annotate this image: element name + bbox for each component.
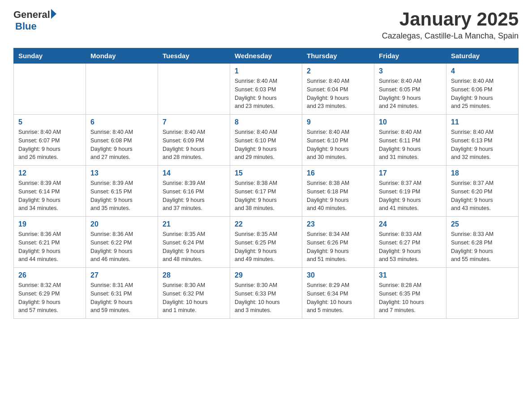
day-info: Sunrise: 8:37 AM Sunset: 6:20 PM Dayligh… (451, 179, 514, 213)
calendar-week-5: 26Sunrise: 8:32 AM Sunset: 6:29 PM Dayli… (14, 268, 519, 319)
day-info: Sunrise: 8:35 AM Sunset: 6:25 PM Dayligh… (235, 230, 297, 264)
calendar-cell: 3Sunrise: 8:40 AM Sunset: 6:05 PM Daylig… (374, 64, 446, 115)
day-number: 29 (235, 271, 297, 279)
day-info: Sunrise: 8:30 AM Sunset: 6:32 PM Dayligh… (163, 281, 225, 315)
day-info: Sunrise: 8:40 AM Sunset: 6:05 PM Dayligh… (379, 77, 442, 111)
day-number: 18 (451, 169, 514, 177)
day-number: 10 (379, 118, 442, 126)
calendar-week-3: 12Sunrise: 8:39 AM Sunset: 6:14 PM Dayli… (14, 166, 519, 217)
calendar-cell: 14Sunrise: 8:39 AM Sunset: 6:16 PM Dayli… (158, 166, 230, 217)
calendar-cell: 10Sunrise: 8:40 AM Sunset: 6:11 PM Dayli… (374, 115, 446, 166)
day-number: 14 (163, 169, 225, 177)
title-section: January 2025 Cazalegas, Castille-La Manc… (382, 9, 519, 41)
day-number: 23 (307, 220, 369, 228)
calendar-cell: 17Sunrise: 8:37 AM Sunset: 6:19 PM Dayli… (374, 166, 446, 217)
logo-blue-text: Blue (15, 21, 37, 32)
calendar-cell: 1Sunrise: 8:40 AM Sunset: 6:03 PM Daylig… (230, 64, 302, 115)
logo: General Blue (13, 9, 56, 32)
calendar-week-1: 1Sunrise: 8:40 AM Sunset: 6:03 PM Daylig… (14, 64, 519, 115)
calendar-cell: 20Sunrise: 8:36 AM Sunset: 6:22 PM Dayli… (86, 217, 158, 268)
day-info: Sunrise: 8:33 AM Sunset: 6:28 PM Dayligh… (451, 230, 514, 264)
day-number: 17 (379, 169, 442, 177)
day-info: Sunrise: 8:40 AM Sunset: 6:10 PM Dayligh… (235, 128, 297, 162)
day-info: Sunrise: 8:40 AM Sunset: 6:06 PM Dayligh… (451, 77, 514, 111)
calendar-cell: 8Sunrise: 8:40 AM Sunset: 6:10 PM Daylig… (230, 115, 302, 166)
day-number: 7 (163, 118, 225, 126)
calendar-cell: 5Sunrise: 8:40 AM Sunset: 6:07 PM Daylig… (14, 115, 86, 166)
day-info: Sunrise: 8:40 AM Sunset: 6:10 PM Dayligh… (307, 128, 369, 162)
day-number: 4 (451, 67, 514, 75)
calendar-header-tuesday: Tuesday (158, 48, 230, 64)
day-number: 15 (235, 169, 297, 177)
logo-general-text: General (13, 9, 50, 21)
calendar-week-2: 5Sunrise: 8:40 AM Sunset: 6:07 PM Daylig… (14, 115, 519, 166)
calendar-cell: 19Sunrise: 8:36 AM Sunset: 6:21 PM Dayli… (14, 217, 86, 268)
day-info: Sunrise: 8:40 AM Sunset: 6:04 PM Dayligh… (307, 77, 369, 111)
day-info: Sunrise: 8:33 AM Sunset: 6:27 PM Dayligh… (379, 230, 442, 264)
day-info: Sunrise: 8:29 AM Sunset: 6:34 PM Dayligh… (307, 281, 369, 315)
day-info: Sunrise: 8:40 AM Sunset: 6:09 PM Dayligh… (163, 128, 225, 162)
calendar-cell: 28Sunrise: 8:30 AM Sunset: 6:32 PM Dayli… (158, 268, 230, 319)
calendar-cell (158, 64, 230, 115)
calendar-cell: 13Sunrise: 8:39 AM Sunset: 6:15 PM Dayli… (86, 166, 158, 217)
day-number: 9 (307, 118, 369, 126)
day-info: Sunrise: 8:40 AM Sunset: 6:08 PM Dayligh… (90, 128, 153, 162)
day-info: Sunrise: 8:36 AM Sunset: 6:22 PM Dayligh… (90, 230, 153, 264)
calendar-cell: 6Sunrise: 8:40 AM Sunset: 6:08 PM Daylig… (86, 115, 158, 166)
day-number: 16 (307, 169, 369, 177)
calendar-header-wednesday: Wednesday (230, 48, 302, 64)
day-info: Sunrise: 8:28 AM Sunset: 6:35 PM Dayligh… (379, 281, 442, 315)
calendar-cell: 24Sunrise: 8:33 AM Sunset: 6:27 PM Dayli… (374, 217, 446, 268)
calendar-cell: 9Sunrise: 8:40 AM Sunset: 6:10 PM Daylig… (302, 115, 374, 166)
calendar-cell: 30Sunrise: 8:29 AM Sunset: 6:34 PM Dayli… (302, 268, 374, 319)
day-info: Sunrise: 8:38 AM Sunset: 6:18 PM Dayligh… (307, 179, 369, 213)
calendar-week-4: 19Sunrise: 8:36 AM Sunset: 6:21 PM Dayli… (14, 217, 519, 268)
day-info: Sunrise: 8:39 AM Sunset: 6:14 PM Dayligh… (18, 179, 81, 213)
calendar-cell: 4Sunrise: 8:40 AM Sunset: 6:06 PM Daylig… (446, 64, 519, 115)
logo-arrow-icon (51, 9, 56, 19)
calendar-cell: 31Sunrise: 8:28 AM Sunset: 6:35 PM Dayli… (374, 268, 446, 319)
day-number: 22 (235, 220, 297, 228)
calendar-cell: 2Sunrise: 8:40 AM Sunset: 6:04 PM Daylig… (302, 64, 374, 115)
calendar-cell (14, 64, 86, 115)
calendar-cell: 16Sunrise: 8:38 AM Sunset: 6:18 PM Dayli… (302, 166, 374, 217)
calendar-table: SundayMondayTuesdayWednesdayThursdayFrid… (13, 48, 519, 319)
day-number: 24 (379, 220, 442, 228)
day-number: 21 (163, 220, 225, 228)
calendar-cell: 7Sunrise: 8:40 AM Sunset: 6:09 PM Daylig… (158, 115, 230, 166)
calendar-header-sunday: Sunday (14, 48, 86, 64)
calendar-cell (446, 268, 519, 319)
day-number: 8 (235, 118, 297, 126)
day-info: Sunrise: 8:38 AM Sunset: 6:17 PM Dayligh… (235, 179, 297, 213)
calendar-cell (86, 64, 158, 115)
calendar-header-thursday: Thursday (302, 48, 374, 64)
calendar-header-row: SundayMondayTuesdayWednesdayThursdayFrid… (14, 48, 519, 64)
day-number: 3 (379, 67, 442, 75)
calendar-cell: 23Sunrise: 8:34 AM Sunset: 6:26 PM Dayli… (302, 217, 374, 268)
calendar-cell: 25Sunrise: 8:33 AM Sunset: 6:28 PM Dayli… (446, 217, 519, 268)
calendar-cell: 22Sunrise: 8:35 AM Sunset: 6:25 PM Dayli… (230, 217, 302, 268)
day-info: Sunrise: 8:36 AM Sunset: 6:21 PM Dayligh… (18, 230, 81, 264)
day-info: Sunrise: 8:39 AM Sunset: 6:16 PM Dayligh… (163, 179, 225, 213)
day-number: 6 (90, 118, 153, 126)
day-info: Sunrise: 8:30 AM Sunset: 6:33 PM Dayligh… (235, 281, 297, 315)
day-number: 26 (18, 271, 81, 279)
page-subtitle: Cazalegas, Castille-La Mancha, Spain (382, 31, 519, 41)
calendar-cell: 12Sunrise: 8:39 AM Sunset: 6:14 PM Dayli… (14, 166, 86, 217)
calendar-cell: 11Sunrise: 8:40 AM Sunset: 6:13 PM Dayli… (446, 115, 519, 166)
calendar-header-saturday: Saturday (446, 48, 519, 64)
day-info: Sunrise: 8:37 AM Sunset: 6:19 PM Dayligh… (379, 179, 442, 213)
day-number: 27 (90, 271, 153, 279)
day-number: 28 (163, 271, 225, 279)
day-number: 1 (235, 67, 297, 75)
day-number: 5 (18, 118, 81, 126)
day-info: Sunrise: 8:40 AM Sunset: 6:11 PM Dayligh… (379, 128, 442, 162)
calendar-cell: 18Sunrise: 8:37 AM Sunset: 6:20 PM Dayli… (446, 166, 519, 217)
day-number: 2 (307, 67, 369, 75)
day-number: 19 (18, 220, 81, 228)
day-info: Sunrise: 8:40 AM Sunset: 6:07 PM Dayligh… (18, 128, 81, 162)
page-title: January 2025 (382, 9, 519, 30)
calendar-header-friday: Friday (374, 48, 446, 64)
day-info: Sunrise: 8:32 AM Sunset: 6:29 PM Dayligh… (18, 281, 81, 315)
day-number: 11 (451, 118, 514, 126)
